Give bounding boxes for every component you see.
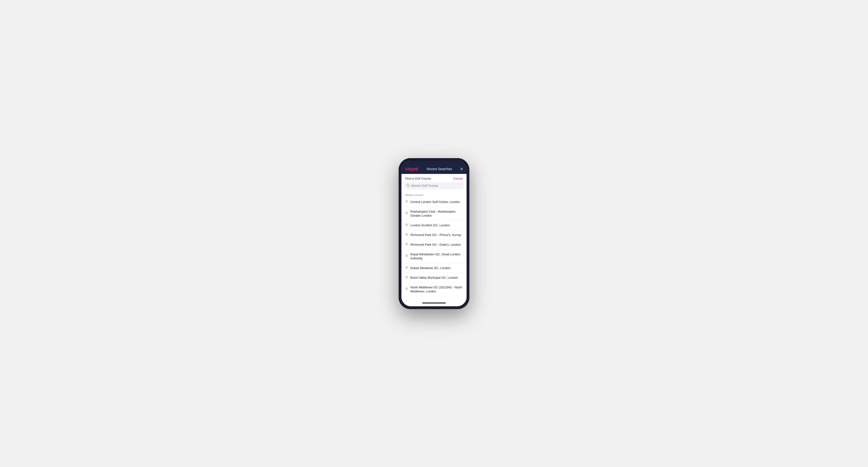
pin-icon [405,243,408,247]
course-name: Central London Golf Centre, London [410,200,460,204]
course-name: Roehampton Club - Roehampton, Greater Lo… [410,210,463,218]
list-item[interactable]: Dukes Meadows GC, London [401,263,467,273]
search-box [404,182,464,189]
home-bar [422,303,446,304]
list-item[interactable]: North Middlesex GC (1011942 - North Midd… [401,283,467,297]
phone-screen: clippd Recent Searches ≡ Find a Golf Cou… [401,161,467,306]
pin-icon [405,233,408,237]
main-content: Find a Golf Course Cancel Nearby courses [401,174,467,300]
pin-icon [405,287,408,291]
find-header: Find a Golf Course Cancel [401,174,467,182]
list-item[interactable]: Richmond Park GC - Duke's, London [401,240,467,250]
pin-icon [405,200,408,204]
search-icon [407,184,410,188]
search-input[interactable] [411,184,461,187]
cancel-button[interactable]: Cancel [453,177,463,180]
course-list: Central London Golf Centre, London Roeha… [401,197,467,300]
list-item[interactable]: Richmond Park GC - Prince's, Surrey [401,230,467,240]
list-item[interactable]: Central London Golf Centre, London [401,197,467,207]
nav-bar: clippd Recent Searches ≡ [401,164,467,174]
course-name: Richmond Park GC - Prince's, Surrey [410,233,461,237]
list-item[interactable]: Roehampton Club - Roehampton, Greater Lo… [401,207,467,221]
course-name: Richmond Park GC - Duke's, London [410,243,461,247]
course-name: North Middlesex GC (1011942 - North Midd… [410,285,463,293]
hamburger-icon[interactable]: ≡ [460,166,463,172]
home-indicator [401,300,467,306]
pin-icon [405,212,408,216]
course-name: Royal Wimbledon GC, Great London Authori… [410,252,463,260]
course-name: Dukes Meadows GC, London [410,266,451,270]
list-item[interactable]: Royal Wimbledon GC, Great London Authori… [401,250,467,263]
list-item[interactable]: Brent Valley Municipal GC, London [401,273,467,283]
svg-line-1 [409,186,409,186]
pin-icon [405,276,408,280]
list-item[interactable]: Coombe Hill GC, Kingston upon Thames [401,297,467,300]
nearby-section-label: Nearby courses [401,192,467,197]
pin-icon [405,266,408,270]
app-logo: clippd [405,166,418,172]
course-name: London Scottish GC, London [410,223,450,227]
status-bar [401,161,467,164]
nav-title: Recent Searches [427,167,452,171]
course-name: Brent Valley Municipal GC, London [410,276,458,280]
search-container [401,182,467,192]
list-item[interactable]: London Scottish GC, London [401,221,467,230]
pin-icon [405,254,408,258]
phone-device: clippd Recent Searches ≡ Find a Golf Cou… [399,158,469,309]
pin-icon [405,223,408,227]
find-label: Find a Golf Course [405,177,431,180]
